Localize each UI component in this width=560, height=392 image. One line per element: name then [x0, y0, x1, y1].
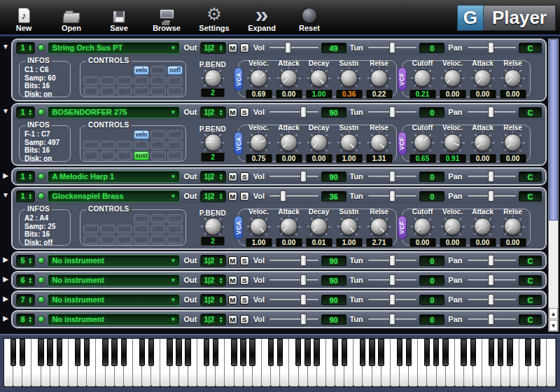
- instrument-select[interactable]: No instrument▼: [48, 314, 180, 326]
- control-ksw-button[interactable]: ksw: [150, 130, 166, 139]
- out-stepper[interactable]: ▲▼: [218, 44, 223, 52]
- slider-handle[interactable]: [488, 314, 494, 325]
- solo-button[interactable]: S: [240, 172, 249, 181]
- solo-button[interactable]: S: [240, 192, 249, 201]
- toolbar-expand-button[interactable]: »Expand: [244, 5, 280, 32]
- stepper-down-icon[interactable]: ▼: [28, 319, 32, 323]
- control-velo-button[interactable]: velo: [134, 214, 149, 223]
- toolbar-settings-button[interactable]: ⚙Settings: [196, 5, 232, 32]
- expanded-triangle-icon[interactable]: ▼: [0, 38, 11, 50]
- vol-slider[interactable]: [270, 294, 318, 305]
- slider-handle[interactable]: [300, 314, 307, 325]
- vcf-veloc-knob[interactable]: [441, 67, 465, 90]
- channel-number-stepper[interactable]: ▲▼: [27, 296, 33, 304]
- stepper-down-icon[interactable]: ▼: [218, 319, 223, 323]
- vol-slider[interactable]: [270, 314, 318, 325]
- instrument-select[interactable]: No instrument▼: [48, 294, 180, 306]
- instrument-select[interactable]: A Melodic Harp 1▼: [48, 171, 180, 183]
- toolbar-reset-button[interactable]: Reset: [291, 8, 328, 32]
- control-brth-button[interactable]: brth: [100, 76, 115, 85]
- slider-handle[interactable]: [300, 294, 307, 305]
- piano-key-black[interactable]: [148, 339, 154, 366]
- piano-key-black[interactable]: [231, 339, 237, 366]
- vca-decay-knob[interactable]: [307, 132, 331, 154]
- slider-handle[interactable]: [488, 171, 494, 182]
- slider-handle[interactable]: [389, 294, 396, 305]
- piano-key-black[interactable]: [342, 339, 347, 366]
- piano-key-black[interactable]: [332, 339, 338, 366]
- control-foot-button[interactable]: foot: [117, 141, 132, 150]
- pan-slider[interactable]: [468, 314, 517, 325]
- out-stepper[interactable]: ▲▼: [218, 296, 223, 304]
- piano-key-black[interactable]: [121, 339, 127, 366]
- tun-slider[interactable]: [368, 190, 417, 202]
- scrollbar-thumb[interactable]: [549, 39, 558, 220]
- piano-key-black[interactable]: [461, 339, 466, 366]
- control-ksw-button[interactable]: ksw: [150, 214, 166, 223]
- piano-key-black[interactable]: [378, 339, 384, 366]
- control-gp1-button[interactable]: gp1: [167, 141, 183, 150]
- pan-slider[interactable]: [468, 294, 517, 305]
- collapsed-triangle-icon[interactable]: ▶: [0, 167, 11, 179]
- control-mod-button[interactable]: mod: [83, 225, 99, 234]
- vca-attack-knob[interactable]: [277, 132, 301, 154]
- vcf-veloc-knob[interactable]: [441, 132, 465, 154]
- piano-key-black[interactable]: [268, 339, 274, 366]
- solo-button[interactable]: S: [240, 315, 249, 324]
- stepper-down-icon[interactable]: ▼: [218, 260, 223, 265]
- piano-key-black[interactable]: [277, 339, 283, 366]
- piano-key-black[interactable]: [57, 339, 62, 366]
- collapsed-triangle-icon[interactable]: ▶: [0, 251, 11, 263]
- control-brth-button[interactable]: brth: [100, 141, 115, 150]
- collapsed-triangle-icon[interactable]: ▶: [0, 310, 11, 322]
- control-foot-button[interactable]: foot: [117, 225, 132, 234]
- vcf-attack-knob[interactable]: [471, 67, 495, 90]
- mute-button[interactable]: M: [228, 295, 237, 304]
- piano-key-black[interactable]: [535, 339, 540, 366]
- control-soft-button[interactable]: soft: [167, 235, 183, 244]
- scroll-up-button[interactable]: ▲: [549, 308, 558, 319]
- pan-slider[interactable]: [468, 255, 517, 266]
- piano-key-black[interactable]: [47, 339, 52, 366]
- slider-handle[interactable]: [300, 171, 307, 182]
- piano-key-black[interactable]: [249, 339, 255, 366]
- pbend-knob[interactable]: [201, 133, 225, 152]
- out-stepper[interactable]: ▲▼: [218, 316, 223, 323]
- slider-handle[interactable]: [280, 190, 286, 202]
- instrument-select[interactable]: Glockenspiel Brass▼: [48, 190, 180, 202]
- scroll-down-button[interactable]: ▼: [549, 320, 558, 331]
- piano-key-black[interactable]: [507, 339, 512, 366]
- toolbar-browse-button[interactable]: Browse: [148, 9, 185, 32]
- slider-handle[interactable]: [488, 274, 494, 286]
- solo-button[interactable]: S: [240, 108, 249, 117]
- toolbar-open-button[interactable]: Open: [53, 13, 90, 32]
- piano-key-black[interactable]: [75, 339, 80, 366]
- expanded-triangle-icon[interactable]: ▼: [0, 187, 11, 199]
- slider-handle[interactable]: [389, 106, 396, 118]
- stepper-down-icon[interactable]: ▼: [218, 176, 223, 181]
- stepper-down-icon[interactable]: ▼: [218, 300, 223, 304]
- piano-key-black[interactable]: [10, 339, 16, 366]
- vca-relse-knob[interactable]: [368, 132, 391, 154]
- solo-button[interactable]: S: [240, 256, 249, 265]
- vca-decay-knob[interactable]: [307, 216, 331, 238]
- control-mod-button[interactable]: mod: [83, 76, 99, 85]
- vca-sustn-knob[interactable]: [337, 132, 361, 154]
- slider-handle[interactable]: [300, 106, 307, 118]
- control-velo-button[interactable]: velo: [134, 66, 149, 75]
- collapsed-triangle-icon[interactable]: ▶: [0, 271, 11, 283]
- vca-attack-knob[interactable]: [277, 216, 301, 238]
- piano-key-black[interactable]: [406, 339, 412, 366]
- slider-handle[interactable]: [300, 274, 307, 286]
- piano-key-black[interactable]: [304, 339, 310, 366]
- piano-key-black[interactable]: [295, 339, 301, 366]
- piano-key-black[interactable]: [314, 339, 319, 366]
- slider-handle[interactable]: [389, 314, 396, 325]
- vcf-relse-knob[interactable]: [501, 67, 525, 90]
- slider-handle[interactable]: [488, 42, 494, 53]
- tun-slider[interactable]: [368, 171, 417, 182]
- vcf-veloc-knob[interactable]: [441, 216, 465, 238]
- piano-key-black[interactable]: [20, 339, 25, 366]
- slider-handle[interactable]: [488, 106, 494, 118]
- control-eff1-button[interactable]: eff1: [134, 225, 149, 234]
